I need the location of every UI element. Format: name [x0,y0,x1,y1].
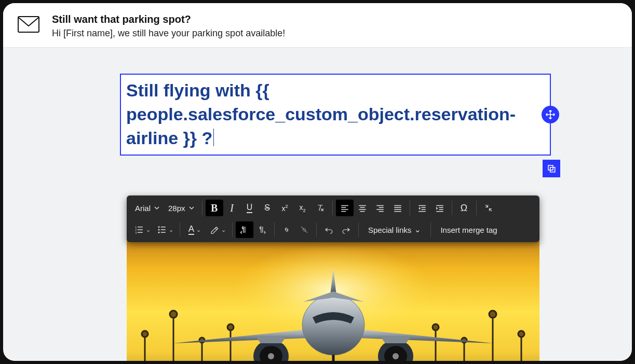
outdent-button[interactable] [413,200,431,216]
toolbar-row-1: Arial 28px B I U S x2 x2 [131,198,535,218]
svg-rect-30 [138,229,143,230]
text-color-button[interactable]: A⌄ [183,221,206,238]
svg-text:2: 2 [135,229,137,231]
font-size-value: 28px [168,204,185,213]
text-block[interactable]: Still flying with {{ people.salesforce_c… [120,74,551,156]
svg-rect-34 [160,227,165,228]
svg-rect-15 [394,205,401,206]
app-window: Still want that parking spot? Hi [First … [3,3,632,361]
insert-link-button[interactable] [278,221,295,238]
svg-rect-19 [418,205,426,206]
superscript-button[interactable]: x2 [276,200,294,216]
rtl-direction-button[interactable] [253,221,271,238]
merge-tag-label: Insert merge tag [440,226,497,234]
svg-rect-16 [394,207,401,208]
font-family-value: Arial [135,204,151,213]
chevron-down-icon [188,204,195,213]
svg-rect-0 [18,17,39,32]
svg-point-61 [302,295,364,355]
rich-text-toolbar: Arial 28px B I U S x2 x2 [127,195,539,242]
selected-block[interactable]: Still flying with {{ people.salesforce_c… [120,74,551,156]
strikethrough-button[interactable]: S [259,200,276,216]
svg-rect-8 [360,207,364,208]
special-character-button[interactable]: Ω [455,200,473,216]
svg-rect-17 [394,209,401,210]
email-subject: Still want that parking spot? [52,12,620,26]
align-right-button[interactable] [371,200,389,216]
svg-rect-28 [138,227,143,228]
svg-point-37 [158,232,159,233]
mail-icon [17,15,40,34]
subscript-button[interactable]: x2 [294,200,312,216]
svg-point-46 [142,331,148,337]
move-handle-icon[interactable] [542,106,559,123]
special-links-label: Special links [368,226,411,234]
bold-button[interactable]: B [206,200,223,216]
align-left-button[interactable] [336,200,354,216]
indent-button[interactable] [431,200,449,216]
svg-point-35 [158,229,159,231]
underline-button[interactable]: U [241,200,259,216]
svg-rect-20 [421,207,425,208]
editor-canvas[interactable]: Still flying with {{ people.salesforce_c… [3,48,632,361]
svg-rect-26 [436,211,443,212]
svg-point-48 [170,311,177,318]
svg-rect-10 [360,211,364,212]
svg-point-52 [227,324,234,330]
align-justify-button[interactable] [389,200,407,216]
svg-rect-25 [439,209,443,210]
svg-rect-7 [359,205,366,206]
svg-rect-9 [359,209,366,210]
svg-rect-13 [376,209,384,210]
ordered-list-button[interactable]: 123 ⌄ [131,221,154,238]
svg-rect-4 [341,207,346,208]
svg-rect-32 [138,232,143,233]
clear-formatting-button[interactable] [312,200,329,216]
email-preview-text: Hi [First name], we still have your park… [52,28,620,39]
svg-rect-36 [160,229,165,230]
svg-rect-18 [394,211,401,212]
svg-rect-11 [376,205,384,206]
svg-rect-38 [160,232,165,233]
svg-text:1: 1 [135,226,137,229]
unordered-list-button[interactable]: ⌄ [154,221,177,238]
chevron-down-icon: ⌄ [414,225,421,234]
svg-point-54 [433,324,439,330]
align-center-button[interactable] [354,200,371,216]
italic-button[interactable]: I [223,200,241,216]
image-block-airplane[interactable] [127,240,539,361]
svg-rect-22 [418,211,426,212]
svg-text:3: 3 [135,232,137,234]
font-family-select[interactable]: Arial [131,200,164,216]
svg-rect-23 [436,205,443,206]
special-links-button[interactable]: Special links ⌄ [362,221,427,238]
svg-rect-14 [379,211,383,212]
svg-rect-24 [439,207,443,208]
svg-rect-6 [341,211,346,212]
email-preview-header: Still want that parking spot? Hi [First … [3,3,632,48]
undo-button[interactable] [320,221,337,238]
duplicate-block-icon[interactable] [543,160,560,177]
svg-rect-12 [379,207,383,208]
chevron-down-icon [154,204,160,213]
text-content[interactable]: Still flying with {{ people.salesforce_c… [126,79,545,150]
highlight-color-button[interactable]: ⌄ [206,221,229,238]
svg-point-64 [268,353,274,359]
svg-rect-21 [421,209,425,210]
collapse-toolbar-button[interactable] [480,200,497,216]
remove-link-button[interactable] [295,221,313,238]
insert-merge-tag-button[interactable]: Insert merge tag [434,221,503,238]
header-text: Still want that parking spot? Hi [First … [52,12,620,39]
svg-point-60 [518,331,524,337]
redo-button[interactable] [337,221,355,238]
svg-point-67 [393,353,399,359]
ltr-direction-button[interactable] [236,221,253,238]
toolbar-row-2: 123 ⌄ ⌄ A⌄ ⌄ [131,219,535,240]
svg-rect-3 [341,205,348,206]
svg-point-58 [489,311,496,318]
svg-point-33 [158,226,159,228]
svg-rect-5 [341,209,348,210]
font-size-select[interactable]: 28px [164,200,199,216]
